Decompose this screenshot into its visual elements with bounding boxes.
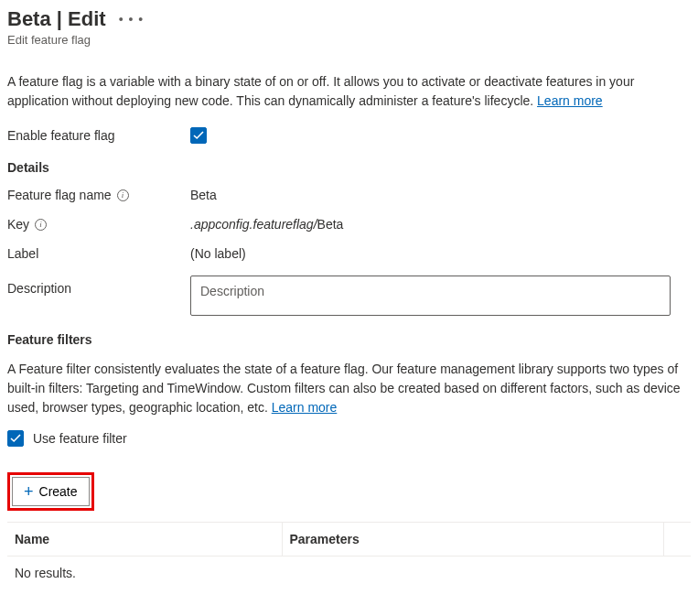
column-name[interactable]: Name [7, 523, 282, 557]
filters-desc-body: A Feature filter consistently evaluates … [7, 362, 681, 415]
filters-description: A Feature filter consistently evaluates … [7, 360, 691, 417]
info-icon[interactable]: i [35, 219, 47, 231]
description-input[interactable] [190, 276, 671, 316]
page-title: Beta | Edit [7, 7, 106, 31]
key-value: .appconfig.featureflag/Beta [190, 217, 343, 232]
checkmark-icon [10, 433, 21, 444]
info-icon[interactable]: i [117, 189, 129, 201]
empty-results: No results. [7, 557, 691, 590]
column-parameters[interactable]: Parameters [282, 523, 663, 557]
details-heading: Details [7, 160, 691, 175]
flag-name-label: Feature flag name [7, 188, 112, 202]
label-label: Label [7, 246, 38, 261]
filters-table: Name Parameters No results. [7, 522, 691, 589]
column-actions [663, 523, 691, 557]
key-label: Key [7, 217, 29, 232]
flag-name-value: Beta [190, 188, 217, 202]
enable-flag-checkbox[interactable] [190, 127, 207, 144]
use-filter-checkbox[interactable] [7, 430, 24, 447]
use-filter-label: Use feature filter [33, 431, 127, 446]
create-button-highlight: + Create [7, 472, 94, 511]
table-row: No results. [7, 557, 691, 590]
filters-heading: Feature filters [7, 332, 691, 347]
plus-icon: + [24, 483, 34, 500]
filters-learn-more-link[interactable]: Learn more [272, 400, 338, 415]
description-label: Description [7, 281, 71, 296]
more-options-icon[interactable]: • • • [115, 8, 147, 30]
create-button-label: Create [39, 484, 78, 499]
checkmark-icon [193, 130, 204, 141]
intro-learn-more-link[interactable]: Learn more [537, 93, 603, 108]
create-button[interactable]: + Create [12, 477, 90, 506]
page-subtitle: Edit feature flag [7, 33, 691, 47]
enable-flag-label: Enable feature flag [7, 128, 190, 143]
label-value: (No label) [190, 246, 246, 261]
intro-text: A feature flag is a variable with a bina… [7, 72, 691, 111]
